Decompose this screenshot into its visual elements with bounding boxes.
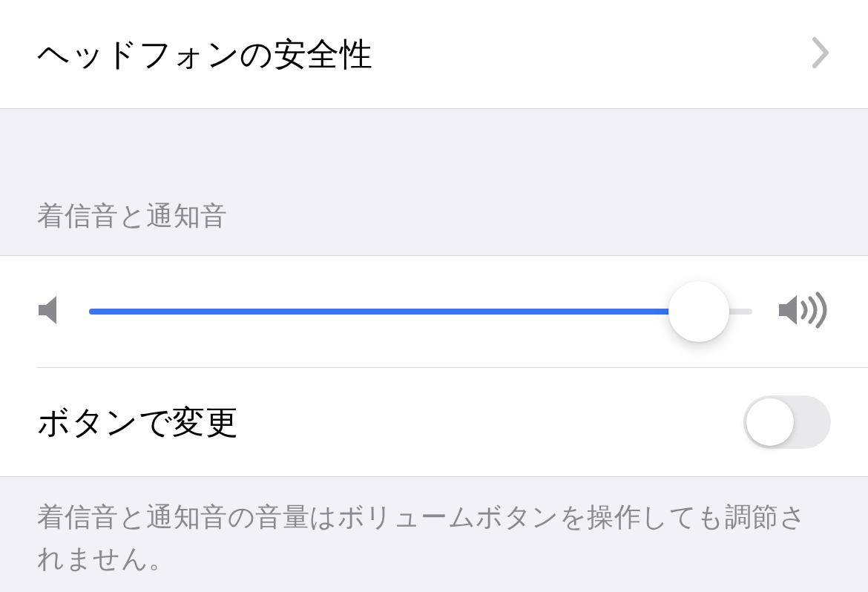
ringer-section-footer: 着信音と通知音の音量はボリュームボタンを操作しても調節されません。 (0, 477, 868, 579)
change-with-buttons-label: ボタンで変更 (37, 401, 238, 444)
headphone-safety-row[interactable]: ヘッドフォンの安全性 (0, 0, 868, 108)
headphone-safety-label: ヘッドフォンの安全性 (37, 33, 372, 76)
volume-high-icon (777, 291, 831, 332)
ringer-section-header: 着信音と通知音 (0, 198, 868, 255)
slider-thumb[interactable] (668, 281, 729, 342)
slider-fill (89, 309, 699, 315)
chevron-right-icon (812, 36, 831, 72)
change-with-buttons-row: ボタンで変更 (0, 368, 868, 476)
change-with-buttons-toggle[interactable] (743, 395, 831, 449)
volume-low-icon (37, 295, 64, 329)
ringer-volume-slider[interactable] (89, 282, 752, 341)
ringer-volume-row (0, 256, 868, 367)
toggle-knob (746, 398, 794, 446)
